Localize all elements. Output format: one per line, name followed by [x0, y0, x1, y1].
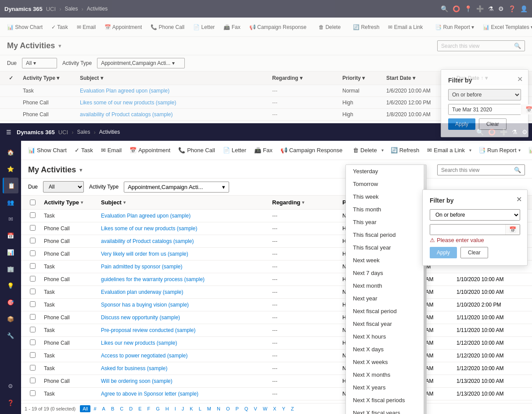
- fax-btn-bg[interactable]: 📠 Fax: [220, 22, 244, 32]
- run-report-btn-bg[interactable]: 📑 Run Report ▾: [431, 22, 478, 32]
- activity-type-label-bg: Activity Type: [62, 60, 92, 66]
- email-btn-bg[interactable]: ✉ Email: [73, 22, 99, 32]
- view-title-bg: My Activities: [7, 41, 55, 50]
- activity-type-dropdown-bg: Appointment,Campaign Acti... ▾: [97, 58, 185, 68]
- campaign-response-btn[interactable]: 📢 Campaign Response: [277, 145, 346, 155]
- breadcrumb-activities: Activities: [99, 129, 120, 135]
- filter-date-bg: [449, 104, 521, 114]
- task-btn-bg[interactable]: ✓ Task: [48, 22, 72, 32]
- filter-panel-title-bg: Filter by: [448, 77, 521, 84]
- excel-templates-btn-bg[interactable]: 📊 Excel Templates ▾: [479, 22, 532, 32]
- fax-icon: 📠: [254, 147, 261, 153]
- top-bar-logo: Dynamics 365: [17, 129, 55, 136]
- run-report-btn[interactable]: 📑 Run Report ▾: [475, 145, 524, 155]
- filter-condition-bg: On or before: [448, 89, 521, 100]
- appointment-icon: 📅: [129, 147, 137, 153]
- email-btn[interactable]: ✉ Email: [97, 145, 126, 155]
- delete-btn[interactable]: 🗑 Delete: [349, 145, 381, 155]
- refresh-btn-bg[interactable]: 🔄 Refresh: [349, 22, 383, 32]
- email-link-chevron[interactable]: ▾: [469, 148, 471, 153]
- breadcrumb-sales[interactable]: Sales: [77, 129, 90, 135]
- excel-templates-btn[interactable]: 📊 Excel Templates ▾: [525, 145, 532, 155]
- excel-templates-icon: 📊: [528, 147, 532, 153]
- search-icon2-bg: 🔍: [514, 43, 521, 49]
- refresh-icon: 🔄: [391, 147, 398, 153]
- help-icon-bg: ❓: [508, 5, 516, 12]
- calendar-icon-bg: 📅: [521, 104, 532, 114]
- filter-icon-bg: ⚗: [488, 5, 494, 12]
- phone-icon: 📞: [178, 147, 185, 153]
- report-icon: 📑: [478, 147, 485, 153]
- search-placeholder-bg: Search this view: [441, 43, 514, 49]
- email-icon: ✉: [101, 147, 106, 153]
- circle-icon-bg: ⭕: [453, 5, 460, 12]
- due-dropdown-bg: All ▾: [22, 58, 57, 68]
- delete-icon: 🗑: [353, 147, 359, 153]
- pin-icon-bg: 📍: [464, 5, 472, 12]
- add-icon-bg: ➕: [476, 5, 484, 12]
- email-link-btn[interactable]: ✉ Email a Link: [424, 145, 468, 155]
- top-bar-logo-bg: Dynamics 365: [4, 6, 43, 12]
- email-link-icon: ✉: [427, 147, 432, 153]
- settings-icon-bg: ⚙: [498, 5, 504, 12]
- phone-btn-bg[interactable]: 📞 Phone Call: [147, 22, 188, 32]
- campaign-icon: 📢: [280, 147, 288, 153]
- email-link-btn-bg[interactable]: ✉ Email a Link: [385, 22, 426, 32]
- due-label-bg: Due: [7, 60, 17, 66]
- search-icon-bg: 🔍: [441, 5, 448, 12]
- delete-btn-bg[interactable]: 🗑 Delete: [315, 22, 344, 32]
- phone-btn[interactable]: 📞 Phone Call: [175, 145, 219, 155]
- chart-icon: 📊: [28, 147, 35, 153]
- delete-chevron[interactable]: ▾: [381, 148, 384, 153]
- filter-close-bg: ✕: [517, 75, 523, 83]
- letter-icon: 📄: [223, 147, 230, 153]
- user-icon-bg: 👤: [520, 5, 528, 12]
- fax-btn[interactable]: 📠 Fax: [251, 145, 276, 155]
- task-icon: ✓: [75, 147, 79, 153]
- appointment-btn[interactable]: 📅 Appointment: [126, 145, 174, 155]
- apply-btn-bg: Apply: [448, 118, 475, 130]
- refresh-btn[interactable]: 🔄 Refresh: [387, 145, 423, 155]
- sidebar-home[interactable]: 🏠: [3, 144, 18, 156]
- letter-btn[interactable]: 📄 Letter: [219, 145, 250, 155]
- show-chart-btn-bg[interactable]: 📊 Show Chart: [4, 22, 46, 32]
- campaign-btn-bg[interactable]: 📢 Campaign Response: [246, 22, 310, 32]
- clear-btn-bg: Clear: [479, 118, 507, 130]
- appointment-btn-bg[interactable]: 📅 Appointment: [101, 22, 145, 32]
- show-chart-btn[interactable]: 📊 Show Chart: [25, 145, 70, 155]
- hamburger-menu[interactable]: ☰: [4, 127, 13, 137]
- task-btn[interactable]: ✓ Task: [71, 145, 97, 155]
- letter-btn-bg[interactable]: 📄 Letter: [190, 22, 218, 32]
